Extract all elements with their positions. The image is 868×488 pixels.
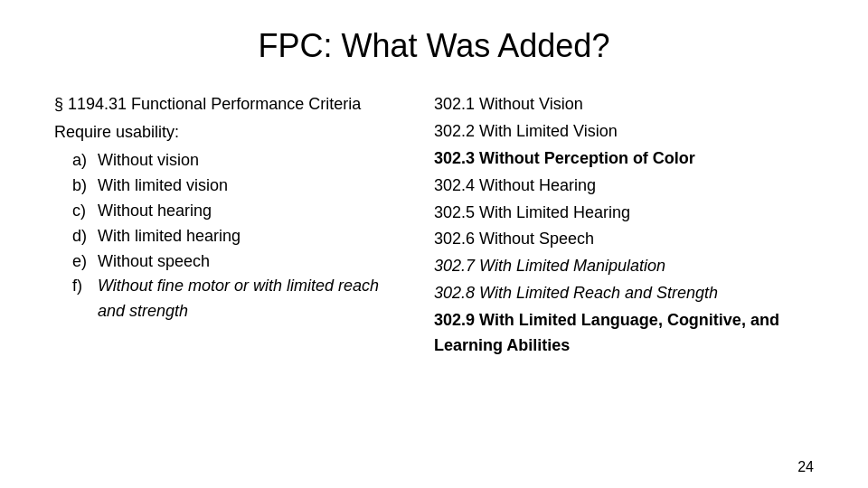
list-letter: e) bbox=[72, 249, 90, 275]
list-letter: c) bbox=[72, 199, 90, 224]
list-letter: d) bbox=[72, 224, 90, 249]
right-list-item: 302.1 Without Vision bbox=[434, 92, 814, 117]
content-area: § 1194.31 Functional Performance Criteri… bbox=[54, 92, 814, 470]
right-list-item: 302.2 With Limited Vision bbox=[434, 119, 814, 145]
list-letter: a) bbox=[72, 148, 90, 174]
list-item-text: Without vision bbox=[98, 148, 199, 174]
list-item: c)Without hearing bbox=[72, 199, 398, 224]
right-list-item: 302.9 With Limited Language, Cognitive, … bbox=[434, 308, 814, 359]
left-column: § 1194.31 Functional Performance Criteri… bbox=[54, 92, 398, 470]
page-number: 24 bbox=[797, 459, 814, 475]
right-list-item: 302.5 With Limited Hearing bbox=[434, 201, 814, 226]
list-item: e)Without speech bbox=[72, 249, 398, 275]
list-letter: b) bbox=[72, 174, 90, 199]
list-letter: f) bbox=[72, 274, 90, 324]
right-list-item: 302.3 Without Perception of Color bbox=[434, 146, 814, 172]
left-list: a)Without visionb)With limited visionc)W… bbox=[72, 148, 398, 324]
right-list-item: 302.7 With Limited Manipulation bbox=[434, 254, 814, 279]
list-item-text: Without fine motor or with limited reach… bbox=[98, 274, 398, 324]
list-item-text: Without hearing bbox=[98, 199, 212, 224]
list-item: f)Without fine motor or with limited rea… bbox=[72, 274, 398, 324]
slide-title: FPC: What Was Added? bbox=[54, 27, 814, 65]
right-list-item: 302.8 With Limited Reach and Strength bbox=[434, 281, 814, 306]
slide: FPC: What Was Added? § 1194.31 Functiona… bbox=[0, 0, 868, 488]
right-column: 302.1 Without Vision302.2 With Limited V… bbox=[434, 92, 814, 470]
list-item: a)Without vision bbox=[72, 148, 398, 174]
list-item: d)With limited hearing bbox=[72, 224, 398, 249]
list-item-text: With limited vision bbox=[98, 174, 228, 199]
section-header: § 1194.31 Functional Performance Criteri… bbox=[54, 92, 398, 117]
list-item-text: With limited hearing bbox=[98, 224, 241, 249]
list-item: b)With limited vision bbox=[72, 174, 398, 199]
require-label: Require usability: bbox=[54, 120, 398, 145]
list-item-text: Without speech bbox=[98, 249, 210, 275]
right-list-item: 302.6 Without Speech bbox=[434, 227, 814, 252]
right-list-item: 302.4 Without Hearing bbox=[434, 174, 814, 199]
